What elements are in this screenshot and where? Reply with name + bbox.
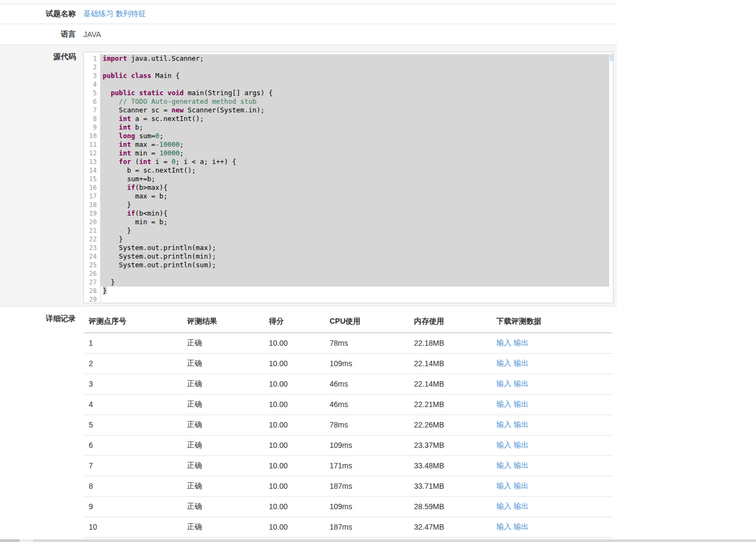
line-number: 1 xyxy=(84,54,100,63)
download-input-link[interactable]: 输入 xyxy=(496,359,511,367)
editor-vertical-scrollbar[interactable] xyxy=(609,52,613,303)
content-area: 试题名称 基础练习 数列特征 语言 JAVA 源代码 1234567891011… xyxy=(0,0,617,538)
column-header-4: CPU使用 xyxy=(325,311,410,333)
code-token: min = xyxy=(131,149,160,157)
line-number: 15 xyxy=(84,175,100,183)
download-input-link[interactable]: 输入 xyxy=(496,400,511,408)
code-token: } xyxy=(103,226,131,234)
code-token xyxy=(103,140,119,148)
editor-code[interactable]: import java.util.Scanner;public class Ma… xyxy=(101,52,613,303)
download-input-link[interactable]: 输入 xyxy=(496,420,511,429)
column-header-2: 评测结果 xyxy=(183,311,265,333)
download-output-link[interactable]: 输出 xyxy=(513,338,529,347)
code-token: System.out.println(sum); xyxy=(103,261,216,269)
horizontal-scrollbar[interactable] xyxy=(0,539,756,542)
cell-download: 输入输出 xyxy=(492,394,612,415)
code-line[interactable]: public static void main(String[] args) { xyxy=(101,89,613,97)
code-line[interactable]: System.out.println(min); xyxy=(101,252,613,261)
line-number: 13 xyxy=(84,158,100,166)
code-line[interactable]: for (int i = 0; i < a; i++) { xyxy=(101,158,613,166)
code-line[interactable] xyxy=(101,295,613,303)
code-token: class xyxy=(131,72,152,80)
download-output-link[interactable]: 输出 xyxy=(513,359,529,367)
download-output-link[interactable]: 输出 xyxy=(513,461,529,469)
problem-link[interactable]: 基础练习 数列特征 xyxy=(83,9,146,18)
code-line[interactable] xyxy=(101,269,613,278)
download-output-link[interactable]: 输出 xyxy=(513,522,529,531)
code-line[interactable]: } xyxy=(101,278,613,287)
line-number: 6 xyxy=(84,97,100,106)
code-line[interactable]: import java.util.Scanner; xyxy=(101,54,613,63)
cell-result: 正确 xyxy=(183,353,265,374)
code-token: int xyxy=(119,149,131,157)
table-row: 2正确10.00109ms22.14MB输入输出 xyxy=(84,353,612,374)
cell-cpu: 109ms xyxy=(325,435,410,455)
code-line[interactable]: System.out.println(sum); xyxy=(101,261,613,269)
code-token: System.out.println(max); xyxy=(103,244,216,252)
code-line[interactable] xyxy=(101,80,613,89)
download-output-link[interactable]: 输出 xyxy=(513,379,529,388)
code-line[interactable]: max = b; xyxy=(101,192,613,201)
cell-score: 10.00 xyxy=(265,333,325,353)
code-line[interactable] xyxy=(101,63,613,72)
download-input-link[interactable]: 输入 xyxy=(496,440,511,449)
code-line[interactable]: int min = 10000; xyxy=(101,149,613,158)
horizontal-scrollbar-thumb[interactable] xyxy=(0,539,19,542)
code-line[interactable]: } xyxy=(101,226,613,235)
download-output-link[interactable]: 输出 xyxy=(513,400,529,408)
code-line[interactable]: b = sc.nextInt(); xyxy=(101,166,613,175)
cell-score: 10.00 xyxy=(265,455,325,476)
code-line[interactable]: long sum=0; xyxy=(101,132,613,140)
code-line[interactable]: Scanner sc = new Scanner(System.in); xyxy=(101,106,613,115)
code-editor[interactable]: 1234567891011121314151617181920212223242… xyxy=(83,52,614,303)
download-input-link[interactable]: 输入 xyxy=(496,461,511,469)
cell-cpu: 78ms xyxy=(325,415,410,435)
cell-download: 输入输出 xyxy=(492,333,612,353)
line-number: 29 xyxy=(84,295,100,303)
download-input-link[interactable]: 输入 xyxy=(496,338,511,347)
code-token: if xyxy=(127,209,135,217)
code-line[interactable]: int a = sc.nextInt(); xyxy=(101,115,613,123)
download-input-link[interactable]: 输入 xyxy=(496,502,511,510)
source-code-section: 源代码 123456789101112131415161718192021222… xyxy=(0,45,617,306)
download-output-link[interactable]: 输出 xyxy=(513,440,529,449)
download-input-link[interactable]: 输入 xyxy=(496,522,511,531)
download-output-link[interactable]: 输出 xyxy=(513,481,529,490)
code-line[interactable]: int max =-10000; xyxy=(101,140,613,149)
code-line[interactable]: min = b; xyxy=(101,218,613,226)
table-body: 1正确10.0078ms22.18MB输入输出2正确10.00109ms22.1… xyxy=(84,333,612,537)
code-token: sum+=b; xyxy=(103,175,155,183)
line-number: 4 xyxy=(84,80,100,89)
code-line[interactable]: int b; xyxy=(101,123,613,132)
code-line[interactable]: } xyxy=(101,235,613,244)
cell-cpu: 109ms xyxy=(325,496,410,517)
code-line[interactable]: } xyxy=(101,287,613,295)
code-token xyxy=(103,132,119,140)
line-number: 2 xyxy=(84,63,100,72)
code-token: (b>max){ xyxy=(135,183,167,191)
code-line[interactable]: // TODO Auto-generated method stub xyxy=(101,97,613,106)
editor-scrollbar-thumb[interactable] xyxy=(610,54,613,61)
cell-no: 1 xyxy=(84,333,183,353)
code-line[interactable]: } xyxy=(101,201,613,209)
source-code-label: 源代码 xyxy=(0,52,76,62)
download-input-link[interactable]: 输入 xyxy=(496,481,511,490)
code-line[interactable]: System.out.println(max); xyxy=(101,244,613,252)
code-line[interactable]: if(b>max){ xyxy=(101,183,613,192)
cell-score: 10.00 xyxy=(265,496,325,517)
code-token: b = sc.nextInt(); xyxy=(103,166,196,174)
code-line[interactable]: if(b<min){ xyxy=(101,209,613,218)
download-input-link[interactable]: 输入 xyxy=(496,379,511,388)
code-line[interactable]: sum+=b; xyxy=(101,175,613,183)
code-token: int xyxy=(119,140,131,148)
code-token: int xyxy=(139,158,152,166)
code-token: ( xyxy=(131,158,139,166)
editor-gutter: 1234567891011121314151617181920212223242… xyxy=(84,52,101,303)
code-line[interactable]: public class Main { xyxy=(101,72,613,80)
cell-result: 正确 xyxy=(183,374,265,394)
horizontal-scrollbar-track xyxy=(33,539,756,542)
download-output-link[interactable]: 输出 xyxy=(513,502,529,510)
language-row: 语言 JAVA xyxy=(0,24,617,45)
cell-download: 输入输出 xyxy=(492,517,612,537)
download-output-link[interactable]: 输出 xyxy=(513,420,529,429)
